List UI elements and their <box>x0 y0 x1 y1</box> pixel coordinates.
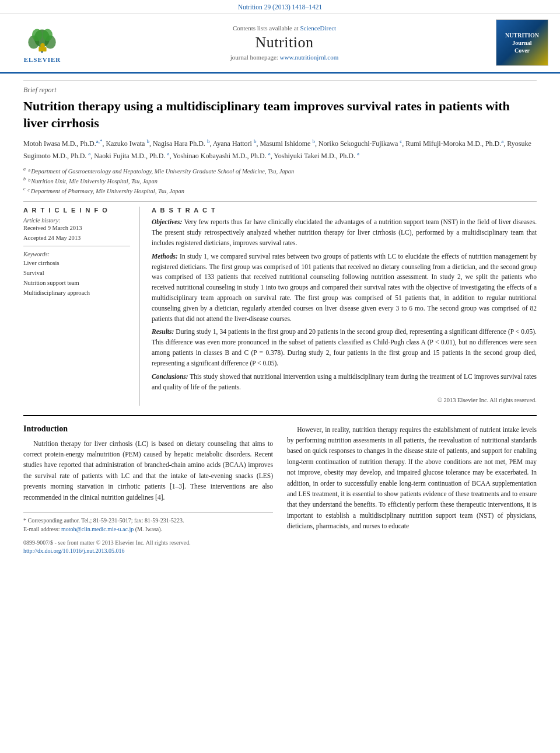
introduction-heading: Introduction <box>23 424 273 434</box>
body-section: Introduction Nutrition therapy for liver… <box>23 415 537 555</box>
keywords-section: Keywords: Liver cirrhosis Survival Nutri… <box>23 251 130 298</box>
intro-right-text: However, in reality, nutrition therapy r… <box>287 424 537 532</box>
sciencedirect-link[interactable]: ScienceDirect <box>300 25 336 32</box>
footer-doi[interactable]: http://dx.doi.org/10.1016/j.nut.2013.05.… <box>23 546 273 555</box>
body-left-col: Introduction Nutrition therapy for liver… <box>23 424 273 555</box>
abstract-text: Objectives: Very few reports thus far ha… <box>152 217 537 405</box>
svg-point-7 <box>40 43 45 48</box>
keyword-3: Nutrition support team <box>23 278 130 288</box>
footnote-corresponding: * Corresponding author. Tel.; 81-59-231-… <box>23 516 273 525</box>
keywords-divider <box>23 246 130 246</box>
journal-citation-text: Nutrition 29 (2013) 1418–1421 <box>238 4 323 11</box>
journal-homepage-line: journal homepage: www.nutritionjrnl.com <box>79 54 490 61</box>
keyword-4: Multidisciplinary approach <box>23 288 130 298</box>
article-info-title: A R T I C L E I N F O <box>23 207 130 214</box>
footnote-email-link[interactable]: motoh@clin.medic.mie-u.ac.jp <box>61 526 134 532</box>
keywords-label: Keywords: <box>23 251 130 257</box>
conclusions-text: This study showed that nutritional inter… <box>152 373 537 391</box>
accepted-date: Accepted 24 May 2013 <box>23 235 130 241</box>
header-divider <box>23 201 537 202</box>
received-date: Received 9 March 2013 <box>23 225 130 231</box>
journal-header: ELSEVIER Contents lists available at Sci… <box>0 13 560 74</box>
copyright-line: © 2013 Elsevier Inc. All rights reserved… <box>152 396 537 405</box>
objectives-label: Objectives: <box>152 218 182 225</box>
abstract-title: A B S T R A C T <box>152 207 537 214</box>
journal-cover-image: NUTRITIONJournalCover <box>496 19 548 66</box>
abstract-column: A B S T R A C T Objectives: Very few rep… <box>152 207 537 405</box>
article-history-label: Article history: <box>23 217 130 224</box>
contents-available-line: Contents lists available at ScienceDirec… <box>79 25 490 32</box>
svg-point-5 <box>43 29 52 41</box>
brief-report-label: Brief report <box>23 81 537 95</box>
results-label: Results: <box>152 328 174 335</box>
keywords-list: Liver cirrhosis Survival Nutrition suppo… <box>23 259 130 298</box>
body-two-col: Introduction Nutrition therapy for liver… <box>23 424 537 555</box>
methods-label: Methods: <box>152 253 178 260</box>
abstract-conclusions: Conclusions: This study showed that nutr… <box>152 372 537 393</box>
footer-issn: 0899-9007/$ - see front matter © 2013 El… <box>23 539 191 546</box>
journal-title: Nutrition <box>79 34 490 51</box>
journal-citation-bar: Nutrition 29 (2013) 1418–1421 <box>0 0 560 13</box>
footnote-email: E-mail address: motoh@clin.medic.mie-u.a… <box>23 525 273 534</box>
paper-content: Brief report Nutrition therapy using a m… <box>0 74 560 567</box>
svg-point-4 <box>32 29 42 41</box>
conclusions-label: Conclusions: <box>152 373 188 380</box>
abstract-objectives: Objectives: Very few reports thus far ha… <box>152 217 537 248</box>
elsevier-tree-icon <box>20 23 64 55</box>
abstract-results: Results: During study 1, 34 patients in … <box>152 327 537 368</box>
keyword-2: Survival <box>23 269 130 278</box>
footer-bar: 0899-9007/$ - see front matter © 2013 El… <box>23 539 273 546</box>
doi-link[interactable]: http://dx.doi.org/10.1016/j.nut.2013.05.… <box>23 548 124 554</box>
body-right-col: However, in reality, nutrition therapy r… <box>287 424 537 555</box>
affiliation-a: a ᵃ Department of Gastroenterology and H… <box>23 166 537 176</box>
abstract-methods: Methods: In study 1, we compared surviva… <box>152 252 537 325</box>
methods-text: In study 1, we compared survival rates b… <box>152 253 537 322</box>
journal-center-block: Contents lists available at ScienceDirec… <box>79 25 490 61</box>
affiliation-c: c ᶜ Department of Pharmacy, Mie Universi… <box>23 186 537 196</box>
paper-title: Nutrition therapy using a multidisciplin… <box>23 98 537 131</box>
journal-homepage-url[interactable]: www.nutritionjrnl.com <box>280 54 339 61</box>
elsevier-logo: ELSEVIER <box>12 23 73 63</box>
elsevier-brand-text: ELSEVIER <box>24 56 61 63</box>
affiliations-block: a ᵃ Department of Gastroenterology and H… <box>23 166 537 196</box>
keyword-1: Liver cirrhosis <box>23 259 130 269</box>
objectives-text: Very few reports thus far have clinicall… <box>152 218 537 246</box>
authors-line: Motoh Iwasa M.D., Ph.D.a,*, Kazuko Iwata… <box>23 137 537 162</box>
footnote-area: * Corresponding author. Tel.; 81-59-231-… <box>23 512 273 534</box>
intro-left-text: Nutrition therapy for liver cirrhosis (L… <box>23 438 273 503</box>
article-info-abstract-row: A R T I C L E I N F O Article history: R… <box>23 207 537 405</box>
affiliation-b: b ᵇ Nutrition Unit, Mie University Hospi… <box>23 176 537 186</box>
svg-rect-6 <box>38 47 46 51</box>
article-info-column: A R T I C L E I N F O Article history: R… <box>23 207 140 405</box>
results-text: During study 1, 34 patients in the first… <box>152 328 537 366</box>
